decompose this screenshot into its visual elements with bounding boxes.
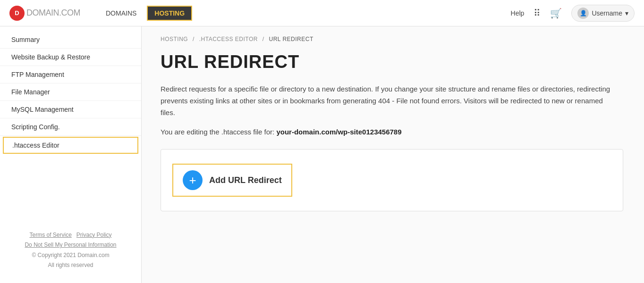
- plus-circle-icon: +: [183, 170, 203, 190]
- dropdown-arrow-icon: ▾: [625, 9, 628, 17]
- sidebar-item-filemanager[interactable]: File Manager: [0, 83, 141, 101]
- sidebar-item-summary[interactable]: Summary: [0, 31, 141, 49]
- terms-link[interactable]: Terms of Service: [29, 232, 71, 238]
- page-description: Redirect requests for a specific file or…: [161, 83, 614, 118]
- user-avatar: 👤: [577, 8, 589, 19]
- sidebar-item-backup[interactable]: Website Backup & Restore: [0, 49, 141, 66]
- copyright-text: © Copyright 2021 Domain.com: [32, 252, 109, 258]
- top-navigation: D DOMAIN.COM DOMAINS HOSTING Help ⠿ 🛒 👤 …: [0, 0, 644, 26]
- cart-icon[interactable]: 🛒: [550, 8, 562, 19]
- logo-icon: D: [9, 6, 25, 21]
- main-content: HOSTING / .HTACCESS EDITOR / URL REDIREC…: [142, 26, 644, 283]
- add-redirect-highlight: + Add URL Redirect: [172, 164, 292, 197]
- sidebar: Summary Website Backup & Restore FTP Man…: [0, 26, 142, 283]
- nav-link-hosting[interactable]: HOSTING: [147, 6, 192, 21]
- sidebar-item-scripting[interactable]: Scripting Config.: [0, 118, 141, 136]
- user-menu-button[interactable]: 👤 Username ▾: [571, 5, 635, 22]
- editing-domain: your-domain.com/wp-site0123456789: [276, 128, 401, 136]
- editing-info: You are editing the .htaccess file for: …: [161, 128, 625, 136]
- help-link[interactable]: Help: [511, 9, 525, 17]
- do-not-sell-link[interactable]: Do Not Sell My Personal Information: [25, 241, 116, 248]
- breadcrumb-sep-2: /: [263, 36, 264, 42]
- rights-text: All rights reserved: [48, 262, 93, 268]
- page-title: URL REDIRECT: [161, 52, 625, 72]
- logo-text: DOMAIN.COM: [26, 8, 80, 18]
- grid-icon[interactable]: ⠿: [534, 8, 541, 19]
- username-label: Username: [592, 9, 622, 17]
- add-redirect-label: Add URL Redirect: [209, 175, 282, 185]
- sidebar-footer: Terms of Service Privacy Policy Do Not S…: [0, 223, 141, 278]
- sidebar-item-mysql[interactable]: MySQL Management: [0, 101, 141, 118]
- breadcrumb-htaccess[interactable]: .HTACCESS EDITOR: [199, 36, 258, 42]
- sidebar-item-ftp[interactable]: FTP Management: [0, 66, 141, 83]
- breadcrumb: HOSTING / .HTACCESS EDITOR / URL REDIREC…: [161, 36, 625, 42]
- breadcrumb-current: URL REDIRECT: [269, 36, 313, 42]
- logo[interactable]: D DOMAIN.COM: [9, 6, 80, 21]
- breadcrumb-hosting[interactable]: HOSTING: [161, 36, 188, 42]
- content-card: + Add URL Redirect: [161, 149, 623, 211]
- add-redirect-button[interactable]: + Add URL Redirect: [183, 170, 282, 190]
- breadcrumb-sep-1: /: [193, 36, 195, 42]
- sidebar-item-htaccess[interactable]: .htaccess Editor: [3, 137, 138, 154]
- privacy-link[interactable]: Privacy Policy: [76, 232, 112, 238]
- nav-right: Help ⠿ 🛒 👤 Username ▾: [511, 5, 635, 22]
- editing-prefix: You are editing the .htaccess file for:: [161, 128, 276, 136]
- nav-link-domains[interactable]: DOMAINS: [99, 7, 143, 20]
- nav-links: DOMAINS HOSTING: [99, 6, 192, 21]
- main-layout: Summary Website Backup & Restore FTP Man…: [0, 26, 644, 283]
